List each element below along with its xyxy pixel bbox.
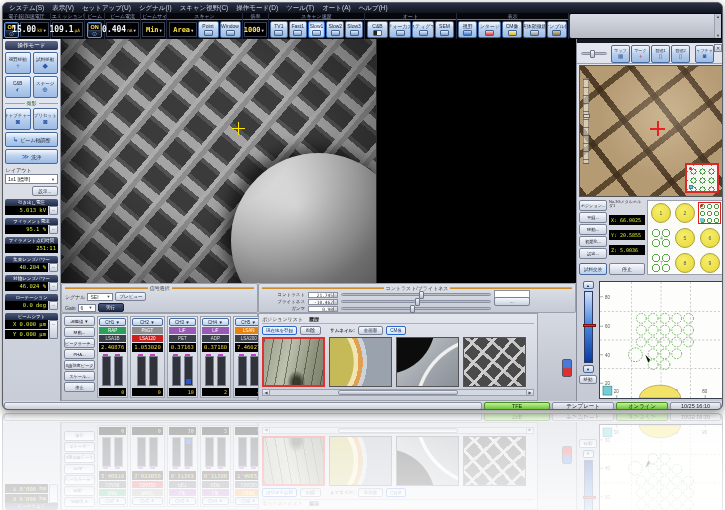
wds-peak-search-button[interactable]: ピークサーチ... — [64, 338, 95, 348]
wds-scale-button[interactable]: スケール... — [64, 371, 95, 381]
view-cm-image-button[interactable]: CM像 — [502, 21, 521, 38]
scan-speed-fast1-button[interactable]: Fast1 — [289, 21, 307, 38]
ch3-select-button[interactable]: CH3 ▼ — [169, 318, 196, 326]
scan-window-button[interactable]: Window — [220, 21, 241, 38]
ch2-select-button[interactable]: CH2 ▼ — [132, 318, 163, 326]
holder-slot[interactable]: 6 — [700, 228, 720, 248]
menu-scan-area[interactable]: スキャン視野(C) — [180, 4, 229, 13]
cm-image-button[interactable]: CM像 — [386, 326, 406, 335]
history-thumbnail-3[interactable] — [396, 337, 459, 387]
slider-knob[interactable] — [410, 305, 415, 313]
beam-current-display[interactable]: 0.404nA▼ — [106, 22, 139, 37]
holder-slot-selected[interactable] — [698, 202, 721, 224]
mode-field-move-button[interactable]: 視野移動＋ — [5, 52, 31, 74]
second-image-pane[interactable] — [376, 39, 576, 283]
param-more-button[interactable]: ... — [49, 225, 58, 234]
stage-map-plot[interactable]: 80 60 40 20 20 40 60 80 — [599, 281, 723, 399]
camera-brightness-slider[interactable] — [581, 52, 607, 55]
slider-knob[interactable] — [590, 50, 595, 58]
auto-cb-button[interactable]: C&B — [367, 21, 388, 38]
scrollbar-thumb[interactable] — [338, 390, 458, 395]
flushing-button[interactable]: ≫洗浄 — [5, 149, 58, 164]
beam-axis-align-button[interactable]: ↳ビーム軸調整 — [5, 132, 58, 147]
ch3-crystal-1[interactable]: LiF — [169, 327, 196, 334]
optical-minimap[interactable] — [685, 163, 719, 193]
auto-stigma-button[interactable]: スティグマ — [412, 21, 434, 38]
param-more-button[interactable]: ... — [49, 206, 58, 215]
wds-xray-intensity-button[interactable]: X線強度ピーク — [64, 360, 95, 370]
view-montage-button[interactable]: モンタージュ — [478, 21, 501, 38]
history-thumbnail-4[interactable] — [463, 337, 526, 387]
cross-mark-button[interactable]: マーク＋ — [631, 45, 650, 63]
mode-specimen-move-button[interactable]: 試料移動◆ — [33, 52, 59, 74]
lamp1-button[interactable]: 照明1▯ — [651, 45, 670, 63]
menu-view[interactable]: 表示(V) — [52, 4, 74, 13]
tab-history[interactable]: 履歴 — [309, 316, 319, 322]
scroll-down-icon[interactable]: ▼ — [715, 33, 721, 38]
camera-capture-button[interactable]: キャプチャー◙ — [695, 45, 714, 63]
param-more-button[interactable]: ... — [49, 263, 58, 272]
holder-slot-cluster[interactable]: 7 — [651, 253, 672, 273]
ch3-crystal-2[interactable]: PET — [169, 335, 196, 342]
holder-slot[interactable]: 5 — [675, 228, 695, 248]
auto-focus-button[interactable]: フォーカス — [389, 21, 411, 38]
capture-button[interactable]: キャプチャー◙ — [5, 108, 31, 130]
z-up-button[interactable]: ▲ — [583, 281, 594, 289]
z-move-button[interactable]: 移動 — [579, 375, 597, 384]
slider-knob[interactable] — [415, 298, 420, 306]
holder-map[interactable]: 1 2 4 5 6 7 8 9 — [647, 200, 723, 275]
holder-slot[interactable]: 2 — [675, 203, 695, 223]
holder-slot-cluster[interactable]: 4 — [651, 228, 672, 248]
menu-setup[interactable]: セットアップ(U) — [82, 4, 131, 13]
mode-stage-button[interactable]: ステージ⊕ — [33, 76, 59, 98]
scan-speed-slow3-button[interactable]: Slow3 — [345, 21, 363, 38]
ch4-crystal-2[interactable]: ADP — [202, 335, 229, 342]
view-sample-image-button[interactable]: サンプル像 — [547, 21, 567, 38]
wds-pha-button[interactable]: PHA... — [64, 349, 95, 359]
brightness-slider[interactable] — [341, 300, 491, 303]
param-more-button[interactable]: ... — [49, 301, 58, 310]
register-current-button[interactable]: 現在地を登録 — [262, 326, 297, 335]
tab-position-list[interactable]: ポジションリスト — [262, 316, 303, 322]
ch4-crystal-1[interactable]: LiF — [202, 327, 229, 334]
param-more-button[interactable]: ... — [49, 320, 58, 339]
ch4-select-button[interactable]: CH4 ▼ — [202, 318, 229, 326]
ch2-crystal-1[interactable]: PbGT — [132, 327, 163, 334]
holder-slot[interactable]: 9 — [700, 253, 720, 273]
view-stereo-scope-button[interactable]: 実体顕微鏡 — [523, 21, 546, 38]
param-more-button[interactable]: ... — [49, 282, 58, 291]
ch1-crystal-2[interactable]: LSA1B — [99, 335, 126, 342]
scan-speed-slow1-button[interactable]: Slow1 — [308, 21, 326, 38]
stage-init-button[interactable]: 初期化... — [579, 236, 607, 247]
beam-on-button[interactable]: ON⊙ — [87, 22, 102, 38]
menu-auto[interactable]: オート(A) — [322, 4, 350, 13]
wds-stop-button[interactable]: 停止 — [64, 382, 95, 392]
scan-mode-display[interactable]: Area▼ — [169, 22, 197, 37]
scroll-right-icon[interactable]: ▶ — [526, 390, 533, 395]
auto-sem-button[interactable]: SEM — [435, 21, 454, 38]
menu-operate-mode[interactable]: 操作モード(D) — [236, 4, 278, 13]
history-thumbnail-2[interactable] — [329, 337, 392, 387]
z-down-button[interactable]: ▼ — [583, 365, 594, 373]
stage-settings-button[interactable]: 設定... — [579, 248, 607, 259]
accel-voltage-display[interactable]: 15.00kV▼ — [20, 22, 49, 37]
menu-help[interactable]: ヘルプ(H) — [359, 4, 388, 13]
scroll-up-icon[interactable]: ▲ — [715, 14, 721, 19]
scan-speed-tv1-button[interactable]: TV1 — [270, 21, 288, 38]
ch1-select-button[interactable]: CH1 ▼ — [99, 318, 126, 326]
contrast-slider[interactable] — [341, 293, 491, 296]
wds-adjust-button[interactable]: 調整値 ▼ — [64, 316, 95, 326]
scan-speed-slow2-button[interactable]: Slow2 — [326, 21, 344, 38]
preset-button[interactable]: プリセット◙ — [33, 108, 59, 130]
gain-select[interactable]: 6▼ — [78, 304, 96, 312]
stage-stop-button[interactable]: 停止 — [609, 263, 645, 275]
scan-point-button[interactable]: Point — [198, 21, 219, 38]
optical-camera-view[interactable] — [579, 65, 723, 197]
specimen-exchange-button[interactable]: 試料交換 — [579, 263, 607, 275]
close-icon[interactable]: ✕ — [714, 44, 722, 52]
menu-system[interactable]: システム(S) — [9, 4, 44, 13]
toolbar-scrollbar[interactable]: ▲▼ — [714, 14, 721, 38]
fullscreen-button[interactable]: 全画面 — [358, 326, 384, 335]
stage-position-button[interactable]: ポジション... — [579, 200, 607, 211]
history-thumbnail-1[interactable] — [262, 337, 325, 387]
